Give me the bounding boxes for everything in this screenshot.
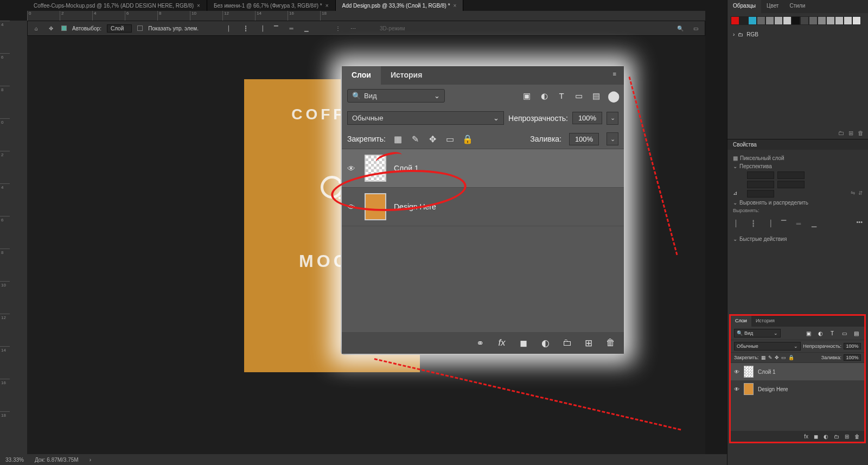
layer-thumbnail[interactable] [744,366,754,378]
opacity-input[interactable]: 100% [844,343,861,349]
distribute-icon[interactable]: ⋯ [348,23,358,33]
flip-h-icon[interactable]: ⇋ [851,190,855,198]
swatch[interactable] [818,16,826,25]
layer-filter-dropdown[interactable]: 🔍 Вид⌄ [734,329,781,337]
flip-v-icon[interactable]: ⇵ [858,190,863,198]
filter-shape-icon[interactable]: ▭ [574,91,584,101]
lock-all-icon[interactable]: 🔒 [463,134,473,144]
swatch[interactable] [792,16,800,25]
workspace-icon[interactable]: ▭ [691,23,700,33]
swatch[interactable] [783,16,792,25]
tab-styles[interactable]: Стили [784,0,810,13]
align-middle-icon[interactable]: ═ [286,23,296,33]
swatch[interactable] [844,16,852,25]
align-top-icon[interactable]: ▔ [271,23,281,33]
filter-text-icon[interactable]: T [557,91,566,101]
new-layer-icon[interactable]: ⊞ [845,434,849,439]
visibility-icon[interactable]: 👁 [734,386,739,392]
autoselect-dropdown[interactable]: Слой [107,24,132,33]
lock-artboard-icon[interactable]: ▭ [781,355,786,360]
tab-history[interactable]: История [751,316,779,327]
lock-brush-icon[interactable]: ✎ [411,134,420,144]
trash-icon[interactable]: 🗑 [858,130,864,137]
move-tool-icon[interactable]: ✥ [46,23,56,33]
swatch[interactable] [835,16,844,25]
distribute-icon[interactable]: ⋮ [333,23,343,33]
align-left-icon[interactable]: ▏ [226,23,235,33]
home-icon[interactable]: ⌂ [32,24,41,33]
mask-icon[interactable]: ◼ [519,338,528,348]
section-perspective[interactable]: ⌄ Перспектива [733,163,863,169]
filter-toggle-icon[interactable]: ⬤ [609,91,618,101]
folder-icon[interactable]: 🗀 [562,338,572,348]
filter-smart-icon[interactable]: ▤ [851,328,861,338]
zoom-level[interactable]: 33.33% [5,457,24,463]
visibility-icon[interactable]: 👁 [347,202,357,212]
tab-2[interactable]: Add Design.psb @ 33,3% (Слой 1, RGB/8) *… [336,0,464,11]
new-icon[interactable]: ⊞ [848,130,853,137]
swatch[interactable] [809,16,818,25]
close-icon[interactable]: × [326,3,329,9]
filter-shape-icon[interactable]: ▭ [839,328,849,338]
lock-brush-icon[interactable]: ✎ [768,355,773,360]
folder-icon[interactable]: 🗀 [838,130,844,137]
visibility-icon[interactable]: 👁 [734,369,739,375]
tab-layers[interactable]: Слои [342,66,381,85]
lock-position-icon[interactable]: ✥ [428,134,438,144]
lock-all-icon[interactable]: 🔒 [788,355,794,360]
new-layer-icon[interactable]: ⊞ [584,338,593,348]
swatch[interactable] [852,16,861,25]
tab-color[interactable]: Цвет [761,0,784,13]
filter-adjust-icon[interactable]: ◐ [815,328,825,338]
layer-row[interactable]: 👁 Design Here [342,188,624,226]
layer-row[interactable]: 👁 Design Here [731,380,864,398]
fill-dropdown[interactable]: ⌄ [607,132,618,145]
fx-icon[interactable]: fx [804,434,808,439]
align-right-icon[interactable]: ▕ [256,23,266,33]
tab-1[interactable]: Без имени-1 @ 66,7% (Фигура 3, RGB/8#) *… [207,0,336,11]
tab-history[interactable]: История [381,66,432,85]
swatch[interactable] [765,16,774,25]
close-icon[interactable]: × [454,3,457,9]
lock-position-icon[interactable]: ✥ [775,355,779,360]
filter-image-icon[interactable]: ▣ [803,328,813,338]
align-center-h-icon[interactable]: ┇ [241,23,251,33]
swatch[interactable] [748,16,757,25]
trash-icon[interactable]: 🗑 [854,434,860,439]
layer-filter-dropdown[interactable]: 🔍 Вид ⌄ [347,89,445,103]
blend-mode-dropdown[interactable]: Обычные⌄ [734,342,801,351]
section-align[interactable]: ⌄ Выровнять и распределить [733,200,863,206]
swatch[interactable] [739,16,748,25]
link-icon[interactable]: ⚭ [475,338,485,348]
tab-swatches[interactable]: Образцы [727,0,761,13]
fill-input[interactable]: 100% [844,354,861,361]
panel-menu-icon[interactable]: ≡ [605,66,624,85]
layer-thumbnail[interactable] [365,193,386,220]
folder-icon[interactable]: 🗀 [834,434,839,439]
filter-text-icon[interactable]: T [827,328,837,338]
fx-icon[interactable]: fx [497,338,507,348]
align-center-icon[interactable]: ┇ [748,219,758,228]
adjustment-icon[interactable]: ◐ [824,434,828,439]
more-icon[interactable]: ••• [856,219,863,228]
opacity-dropdown[interactable]: ⌄ [607,112,618,125]
swatch[interactable] [826,16,835,25]
align-bottom-icon[interactable]: ▁ [809,219,819,228]
filter-adjust-icon[interactable]: ◐ [539,91,549,101]
align-bottom-icon[interactable]: ▁ [302,23,311,33]
autoselect-checkbox[interactable] [61,26,67,31]
adjustment-icon[interactable]: ◐ [540,338,550,348]
tab-layers[interactable]: Слои [731,316,751,327]
layer-row[interactable]: 👁 Слой 1 [342,149,624,188]
tool-column[interactable] [10,21,27,454]
filter-image-icon[interactable]: ▣ [522,91,532,101]
swatch[interactable] [774,16,783,25]
swatch[interactable] [731,16,739,25]
swatch[interactable] [757,16,765,25]
align-right-icon[interactable]: ▕ [763,219,773,228]
show-controls-checkbox[interactable] [137,26,143,31]
align-left-icon[interactable]: ▏ [733,219,743,228]
blend-mode-dropdown[interactable]: Обычные⌄ [347,111,504,125]
close-icon[interactable]: × [197,3,200,9]
layer-name[interactable]: Слой 1 [758,369,776,375]
